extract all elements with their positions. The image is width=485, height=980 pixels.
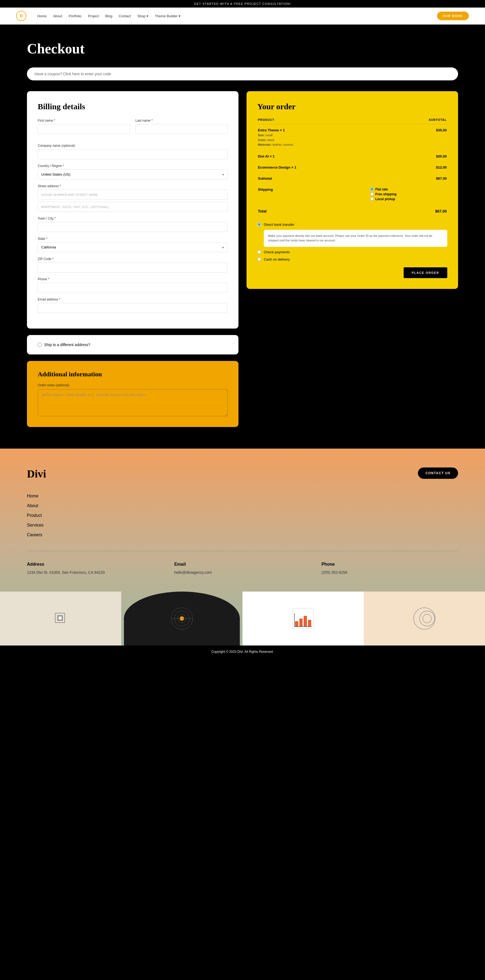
- svg-rect-15: [414, 608, 435, 629]
- nav-home[interactable]: Home: [37, 14, 47, 18]
- footer-logo: Divi: [27, 468, 46, 480]
- checkout-main: Checkout Have a coupon? Click here to en…: [0, 25, 485, 449]
- announcement-text: GET STARTED WITH A FREE PROJECT CONSULTA…: [194, 2, 291, 5]
- check-radio[interactable]: [257, 250, 261, 254]
- item2-price: $20.00: [370, 151, 447, 162]
- order-card: Your order PRODUCT SUBTOTAL Extra Theme …: [247, 91, 458, 289]
- nav-portfolio[interactable]: Portfolio: [69, 14, 82, 18]
- footer-nav-product[interactable]: Product: [27, 513, 458, 518]
- ship-different-checkbox[interactable]: [38, 343, 41, 347]
- total-value: $67.00: [435, 209, 447, 213]
- order-notes-textarea[interactable]: [38, 389, 228, 416]
- billing-title: Billing details: [38, 102, 228, 111]
- phone-title: Phone: [322, 562, 458, 567]
- announcement-bar: GET STARTED WITH A FREE PROJECT CONSULTA…: [0, 0, 485, 8]
- street2-input[interactable]: [38, 202, 228, 212]
- free-shipping-label: Free shipping: [375, 192, 396, 196]
- zip-group: ZIP Code *: [38, 257, 228, 272]
- last-name-group: Last name *: [136, 119, 228, 134]
- ship-card: Ship to a different address?: [27, 335, 238, 355]
- nav-shop[interactable]: Shop ▾: [138, 14, 149, 18]
- cod-option[interactable]: Cash on delivery: [257, 257, 447, 261]
- subtotal-value: $67.00: [370, 173, 447, 184]
- free-shipping-option[interactable]: Free shipping: [370, 192, 447, 196]
- free-shipping-radio[interactable]: [370, 192, 374, 196]
- item1-name: Extra Theme × 1: [258, 128, 285, 132]
- footer-top: Divi CONTACT US: [27, 468, 458, 480]
- coupon-bar[interactable]: Have a coupon? Click here to enter your …: [27, 67, 458, 80]
- footer-nav: Home About Product Services Careers: [27, 494, 458, 537]
- ship-different-text: Ship to a different address?: [44, 343, 90, 347]
- nav-blog[interactable]: Blog: [105, 14, 113, 18]
- place-order-button[interactable]: PLACE ORDER: [404, 267, 447, 278]
- nav-project[interactable]: Project: [88, 14, 98, 18]
- footer-nav-careers[interactable]: Careers: [27, 533, 458, 537]
- footer-nav-services[interactable]: Services: [27, 523, 458, 528]
- artwork-3-icon: [292, 608, 314, 629]
- nav-about[interactable]: About: [53, 14, 62, 18]
- bank-transfer-info: Make your payment directly into our bank…: [264, 230, 447, 247]
- first-name-label: First name *: [38, 119, 130, 123]
- svg-rect-2: [59, 616, 62, 620]
- artwork-2-icon: [168, 605, 195, 632]
- svg-point-17: [423, 614, 431, 623]
- total-label: Total: [258, 209, 266, 213]
- total-row: Total $67.00: [258, 206, 447, 216]
- footer-artwork: [0, 592, 485, 646]
- flat-rate-radio[interactable]: [370, 188, 374, 191]
- footer-phone-section: Phone (255) 352-6258: [322, 562, 458, 575]
- zip-label: ZIP Code *: [38, 257, 228, 261]
- state-select[interactable]: California: [38, 242, 228, 252]
- first-name-group: First name *: [38, 119, 130, 134]
- logo-letter: D: [20, 13, 23, 18]
- order-notes-label: Order notes (optional): [38, 383, 228, 387]
- street-group: Street address *: [38, 184, 228, 212]
- nav-theme-builder[interactable]: Theme Builder ▾: [155, 14, 181, 18]
- local-pickup-radio[interactable]: [370, 197, 374, 201]
- item3-name: Ecommerce Design × 1: [258, 165, 296, 169]
- local-pickup-option[interactable]: Local pickup: [370, 197, 447, 201]
- nav-contact[interactable]: Contact: [119, 14, 131, 18]
- city-input[interactable]: [38, 222, 228, 232]
- cod-radio[interactable]: [257, 257, 261, 261]
- subtotal-row: Subtotal $67.00: [258, 173, 447, 184]
- svg-rect-9: [300, 619, 303, 627]
- last-name-input[interactable]: [136, 124, 228, 134]
- order-table: PRODUCT SUBTOTAL Extra Theme × 1 Size: s…: [257, 118, 447, 217]
- flat-rate-label: Flat rate: [375, 188, 388, 191]
- company-input[interactable]: [38, 149, 228, 159]
- svg-rect-11: [308, 620, 311, 627]
- svg-rect-10: [304, 616, 307, 627]
- street-input[interactable]: [38, 189, 228, 200]
- email-label: Email address *: [38, 298, 228, 301]
- city-label: Town / City *: [38, 216, 228, 220]
- bank-transfer-radio[interactable]: [257, 223, 261, 226]
- header: D Home About Portfolio Project Blog Cont…: [0, 8, 485, 25]
- email-value: hello@diviagency.com: [174, 570, 311, 575]
- company-group: Company name (optional): [38, 144, 228, 159]
- flat-rate-option[interactable]: Flat rate: [370, 188, 447, 191]
- footer-nav-home[interactable]: Home: [27, 494, 458, 498]
- first-name-input[interactable]: [38, 124, 130, 134]
- state-select-wrapper: California: [38, 242, 228, 252]
- contact-us-button[interactable]: CONTACT US: [418, 468, 458, 479]
- state-group: State * California: [38, 237, 228, 252]
- additional-title: Additional information: [38, 371, 228, 378]
- check-option[interactable]: Check payments: [257, 250, 447, 254]
- footer-email-section: Email hello@diviagency.com: [174, 562, 311, 575]
- ship-different-label[interactable]: Ship to a different address?: [38, 343, 228, 347]
- logo-icon[interactable]: D: [16, 11, 26, 21]
- name-row: First name * Last name *: [38, 119, 228, 139]
- our-work-button[interactable]: OUR WORK: [437, 11, 469, 20]
- phone-input[interactable]: [38, 283, 228, 293]
- footer-nav-about[interactable]: About: [27, 503, 458, 508]
- address-title: Address: [27, 562, 163, 567]
- zip-input[interactable]: [38, 262, 228, 272]
- shipping-label: Shipping: [258, 188, 273, 191]
- bank-transfer-option[interactable]: Direct bank transfer: [257, 223, 447, 227]
- email-input[interactable]: [38, 303, 228, 313]
- svg-rect-8: [295, 621, 298, 627]
- country-select[interactable]: United States (US): [38, 169, 228, 180]
- shipping-row: Shipping Flat rate Free shipping: [258, 184, 447, 205]
- artwork-1-icon: [50, 608, 71, 629]
